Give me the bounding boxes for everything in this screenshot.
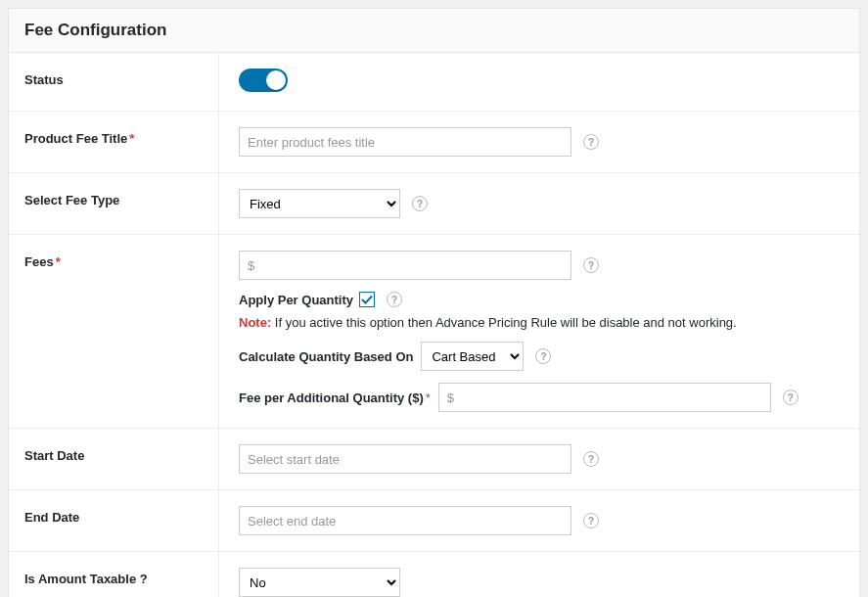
- required-marker: *: [426, 390, 431, 405]
- start-date-label: Start Date: [9, 429, 219, 489]
- required-marker: *: [129, 131, 134, 146]
- apply-per-qty-checkbox[interactable]: [359, 292, 375, 307]
- product-fee-title-input[interactable]: [239, 127, 571, 157]
- row-fees: Fees* ? Apply Per Quantity ? Note: If yo…: [9, 235, 859, 429]
- help-icon[interactable]: ?: [583, 451, 599, 467]
- help-icon[interactable]: ?: [387, 292, 402, 307]
- end-date-input[interactable]: [239, 506, 571, 535]
- required-marker: *: [56, 254, 61, 269]
- help-icon[interactable]: ?: [783, 390, 799, 405]
- row-start-date: Start Date ?: [9, 429, 859, 490]
- taxable-label: Is Amount Taxable ?: [9, 552, 219, 597]
- page-title: Fee Configuration: [24, 21, 844, 40]
- fees-input[interactable]: [239, 251, 571, 280]
- fee-type-label: Select Fee Type: [9, 173, 219, 234]
- row-end-date: End Date ?: [9, 490, 859, 552]
- calc-quantity-select[interactable]: Cart Based: [421, 342, 524, 371]
- apply-per-qty-label: Apply Per Quantity: [239, 293, 353, 307]
- help-icon[interactable]: ?: [583, 513, 599, 528]
- per-additional-label: Fee per Additional Quantity ($): [239, 390, 424, 405]
- calc-label: Calculate Quantity Based On: [239, 349, 413, 364]
- fees-label: Fees: [24, 254, 54, 269]
- row-status: Status: [9, 53, 859, 112]
- note-text: Note: If you active this option then Adv…: [239, 315, 840, 330]
- status-toggle[interactable]: [239, 69, 288, 92]
- help-icon[interactable]: ?: [535, 348, 551, 364]
- help-icon[interactable]: ?: [412, 196, 428, 211]
- end-date-label: End Date: [9, 490, 219, 551]
- row-title: Product Fee Title* ?: [9, 112, 859, 173]
- status-label: Status: [9, 53, 219, 111]
- taxable-select[interactable]: No: [239, 568, 400, 597]
- fee-type-select[interactable]: Fixed: [239, 189, 400, 218]
- per-additional-input[interactable]: [438, 383, 771, 412]
- help-icon[interactable]: ?: [583, 134, 599, 150]
- title-label: Product Fee Title: [24, 131, 127, 146]
- row-fee-type: Select Fee Type Fixed ?: [9, 173, 859, 235]
- row-taxable: Is Amount Taxable ? No: [9, 552, 859, 597]
- start-date-input[interactable]: [239, 444, 571, 474]
- panel-header: Fee Configuration: [9, 9, 859, 53]
- fee-config-panel: Fee Configuration Status Product Fee Tit…: [8, 8, 860, 597]
- help-icon[interactable]: ?: [583, 257, 599, 273]
